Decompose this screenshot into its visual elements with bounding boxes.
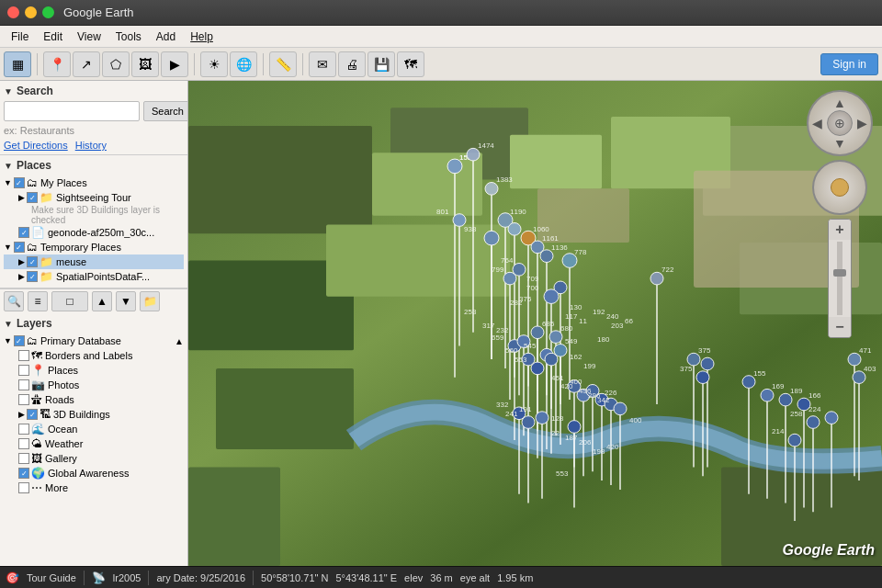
nav-west-arrow[interactable]: ◀ — [812, 116, 822, 130]
toolbar-grid-view[interactable]: ▦ — [4, 51, 31, 77]
zoom-track[interactable] — [837, 242, 842, 315]
layer-3d-buildings[interactable]: ▶ ✓ 🏗 3D Buildings — [4, 407, 184, 422]
nav-east-arrow[interactable]: ▶ — [857, 116, 867, 130]
layer-ocean[interactable]: 🌊 Ocean — [4, 422, 184, 436]
expand-arrow-temp[interactable]: ▼ — [4, 243, 12, 252]
layers-panel-header[interactable]: ▼ Layers — [4, 317, 184, 330]
layer-more[interactable]: ⋯ More — [4, 481, 184, 495]
move-down-btn[interactable]: ▼ — [116, 291, 136, 311]
checkbox-global-awareness[interactable]: ✓ — [18, 468, 29, 479]
minimize-button[interactable] — [25, 6, 37, 18]
look-joystick[interactable]: ▲ ▼ ◀ ▶ ⊕ — [807, 90, 873, 156]
icon-places-layer: 📍 — [31, 364, 45, 377]
menu-tools[interactable]: Tools — [108, 28, 149, 45]
tour-guide-icon[interactable]: 🎯 — [6, 571, 19, 584]
checkbox-borders[interactable] — [18, 350, 29, 361]
expand-3d-buildings[interactable]: ▶ — [18, 410, 25, 419]
checkbox-3d-buildings[interactable]: ✓ — [27, 409, 38, 420]
checkbox-weather[interactable] — [18, 438, 29, 449]
layer-places[interactable]: 📍 Places — [4, 363, 184, 378]
layers-scrollbar-up[interactable]: ▲ — [175, 336, 184, 346]
checkbox-more[interactable] — [18, 482, 29, 493]
icon-3d-buildings: 🏗 — [40, 408, 51, 421]
folder-action-btn[interactable]: 📁 — [140, 291, 160, 311]
checkbox-ocean[interactable] — [18, 424, 29, 435]
zoom-thumb[interactable] — [833, 269, 846, 277]
checkbox-gallery[interactable] — [18, 453, 29, 464]
list-view-btn[interactable]: ≡ — [28, 291, 48, 311]
checkbox-temp-places[interactable]: ✓ — [14, 242, 25, 253]
toolbar-add-path[interactable]: ↗ — [73, 51, 100, 77]
checkbox-sightseeing[interactable]: ✓ — [27, 192, 38, 203]
nav-center[interactable]: ⊕ — [827, 110, 853, 136]
data-points: 1528 1474 1383 1190 1060 — [188, 81, 882, 566]
checkbox-primary-db[interactable]: ✓ — [14, 335, 25, 346]
toolbar-print[interactable]: 🖨 — [338, 51, 366, 77]
tree-item-spatial[interactable]: ▶ ✓ 📁 SpatialPointsDataF... — [4, 269, 184, 284]
expand-arrow-my-places[interactable]: ▼ — [4, 178, 12, 187]
toolbar-add-polygon[interactable]: ⬠ — [102, 51, 130, 77]
checkbox-roads[interactable] — [18, 394, 29, 405]
layer-global-awareness[interactable]: ✓ 🌍 Global Awareness — [4, 466, 184, 481]
menu-add[interactable]: Add — [149, 28, 183, 45]
menu-edit[interactable]: Edit — [36, 28, 70, 45]
expand-primary-db[interactable]: ▼ — [4, 336, 12, 345]
checkbox-meuse[interactable]: ✓ — [27, 256, 38, 267]
checkbox-photos[interactable] — [18, 379, 29, 390]
svg-point-84 — [545, 353, 558, 366]
toolbar-ruler[interactable]: 📏 — [269, 51, 297, 77]
tree-item-temp-places[interactable]: ▼ ✓ 🗂 Temporary Places — [4, 240, 184, 254]
svg-text:778: 778 — [574, 248, 587, 256]
search-button[interactable]: Search — [143, 101, 188, 121]
toolbar-add-overlay[interactable]: 🖼 — [131, 51, 159, 77]
layer-weather[interactable]: 🌤 Weather — [4, 436, 184, 451]
toolbar-sky[interactable]: 🌐 — [230, 51, 257, 77]
nav-south-arrow[interactable]: ▼ — [833, 136, 846, 151]
checkbox-places-layer[interactable] — [18, 365, 29, 376]
sign-in-button[interactable]: Sign in — [820, 53, 878, 75]
menu-view[interactable]: View — [70, 28, 108, 45]
zoom-in-button[interactable]: + — [829, 220, 851, 240]
expand-arrow-sightseeing[interactable]: ▶ — [18, 193, 25, 202]
tree-item-geonode[interactable]: ✓ 📄 geonode-af250m_30c... — [4, 225, 184, 240]
layer-borders[interactable]: 🗺 Borders and Labels — [4, 348, 184, 363]
checkbox-my-places[interactable]: ✓ — [14, 177, 25, 188]
places-panel-header[interactable]: ▼ Places — [4, 159, 184, 172]
toolbar-record-tour[interactable]: ▶ — [161, 51, 188, 77]
menu-help[interactable]: Help — [183, 28, 220, 45]
expand-arrow-spatial[interactable]: ▶ — [18, 272, 25, 281]
toolbar-add-pin[interactable]: 📍 — [43, 51, 71, 77]
detail-view-btn[interactable]: □ — [51, 291, 88, 311]
toolbar-email[interactable]: ✉ — [309, 51, 336, 77]
nav-north-arrow[interactable]: ▲ — [833, 96, 846, 110]
close-button[interactable] — [7, 6, 19, 18]
layer-photos[interactable]: 📷 Photos — [4, 378, 184, 392]
svg-point-142 — [522, 416, 535, 429]
zoom-out-button[interactable]: − — [829, 317, 851, 337]
window-controls[interactable] — [7, 6, 54, 18]
maximize-button[interactable] — [42, 6, 54, 18]
tree-item-sightseeing[interactable]: ▶ ✓ 📁 Sightseeing Tour — [4, 190, 184, 205]
menu-file[interactable]: File — [4, 28, 36, 45]
map-area[interactable]: 1528 1474 1383 1190 1060 — [188, 81, 882, 566]
toolbar-save-image[interactable]: 💾 — [368, 51, 395, 77]
checkbox-geonode[interactable]: ✓ — [18, 227, 29, 238]
search-panel-header[interactable]: ▼ Search — [4, 85, 184, 97]
toolbar-maps[interactable]: 🗺 — [397, 51, 424, 77]
zoom-control[interactable]: + − — [828, 219, 852, 338]
toolbar-sunlight[interactable]: ☀ — [200, 51, 228, 77]
tree-item-meuse[interactable]: ▶ ✓ 📁 meuse — [4, 254, 184, 269]
layer-roads[interactable]: 🛣 Roads — [4, 392, 184, 407]
expand-arrow-meuse[interactable]: ▶ — [18, 257, 25, 266]
tree-item-my-places[interactable]: ▼ ✓ 🗂 My Places — [4, 175, 184, 190]
checkbox-spatial[interactable]: ✓ — [27, 271, 38, 282]
search-places-btn[interactable]: 🔍 — [4, 291, 24, 311]
search-input[interactable] — [4, 101, 140, 121]
layer-primary-db[interactable]: ▼ ✓ 🗂 Primary Database ▲ — [4, 334, 184, 348]
tilt-joystick[interactable] — [812, 160, 867, 215]
history-link[interactable]: History — [75, 140, 107, 151]
get-directions-link[interactable]: Get Directions — [4, 140, 68, 151]
search-panel: ▼ Search Search ex: Restaurants Get Dire… — [0, 81, 187, 155]
move-up-btn[interactable]: ▲ — [92, 291, 112, 311]
layer-gallery[interactable]: 🖼 Gallery — [4, 451, 184, 466]
